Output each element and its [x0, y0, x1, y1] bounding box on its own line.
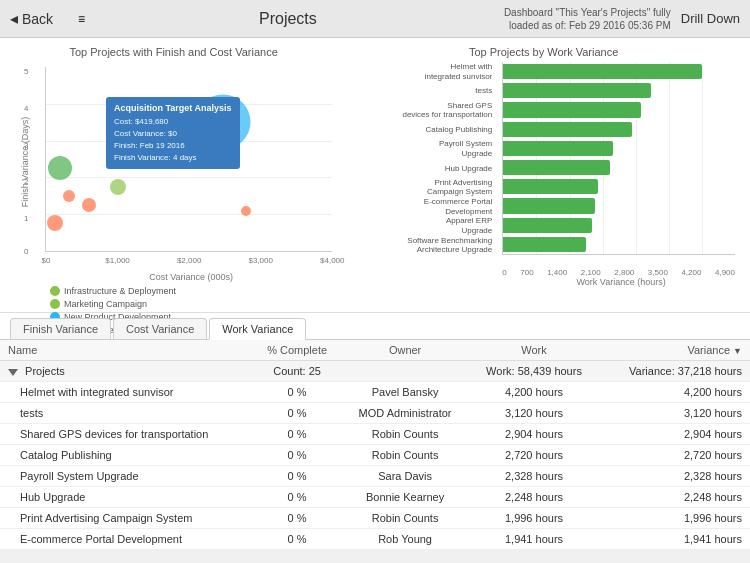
data-table: Name % Complete Owner Work Variance ▼ Pr…	[0, 340, 750, 550]
group-count: Count: 25	[253, 361, 342, 382]
bar-labels: Helmet withintegrated sunvisor tests Sha…	[347, 62, 497, 255]
tab-work-variance[interactable]: Work Variance	[209, 318, 306, 340]
drill-down-button[interactable]: Drill Down	[681, 11, 740, 26]
bar-chart-area-wrapper: Helmet withintegrated sunvisor tests Sha…	[347, 62, 740, 277]
bubble-7	[241, 206, 251, 216]
bar-7	[503, 179, 597, 194]
bubble-5	[110, 179, 126, 195]
table-row: Helmet with integrated sunvisor 0 % Pave…	[0, 382, 750, 403]
col-header-pct: % Complete	[253, 340, 342, 361]
x-axis-label: Cost Variance (000s)	[45, 272, 337, 282]
bubble-chart: Top Projects with Finish and Cost Varian…	[10, 46, 337, 307]
bar-label-2: tests	[475, 83, 492, 98]
col-header-variance[interactable]: Variance ▼	[599, 340, 750, 361]
group-name: Projects	[0, 361, 253, 382]
back-label: Back	[22, 11, 53, 27]
legend-item-2: Marketing Campaign	[50, 299, 337, 309]
bar-chart-grid	[502, 62, 735, 255]
table-row: Catalog Publishing 0 % Robin Counts 2,72…	[0, 445, 750, 466]
legend-dot-2	[50, 299, 60, 309]
bar-x-axis-label: Work Variance (hours)	[502, 277, 740, 287]
group-row: Projects Count: 25 Work: 58,439 hours Va…	[0, 361, 750, 382]
bar-x-ticks: 0 700 1,400 2,100 2,800 3,500 4,200 4,90…	[502, 268, 735, 277]
bubble-chart-title: Top Projects with Finish and Cost Varian…	[10, 46, 337, 58]
bar-chart: Top Projects by Work Variance	[347, 46, 740, 307]
table-row: Payroll System Upgrade 0 % Sara Davis 2,…	[0, 466, 750, 487]
bar-10	[503, 237, 586, 252]
page-title: Projects	[85, 10, 491, 28]
bar-label-4: Catalog Publishing	[426, 122, 493, 137]
group-variance: Variance: 37,218 hours	[599, 361, 750, 382]
bar-label-5: Payroll SystemUpgrade	[439, 141, 492, 156]
app-header: ◂ Back ≡ Projects Dashboard "This Year's…	[0, 0, 750, 38]
bar-label-9: Apparel ERPUpgrade	[446, 218, 492, 233]
bar-chart-title: Top Projects by Work Variance	[347, 46, 740, 58]
bubble-2	[63, 190, 75, 202]
bar-label-1: Helmet withintegrated sunvisor	[425, 64, 493, 79]
y-axis-label: Finish Variance (Days)	[20, 117, 30, 207]
bar-6	[503, 160, 609, 175]
bar-4	[503, 122, 632, 137]
bar-3	[503, 102, 640, 117]
bubble-tooltip: Acquisition Target Analysis Cost: $419,6…	[106, 97, 240, 169]
bar-8	[503, 198, 595, 213]
row-name: Hub Upgrade	[0, 487, 253, 508]
col-header-name: Name	[0, 340, 253, 361]
back-button[interactable]: ◂ Back	[10, 9, 70, 28]
row-name: tests	[0, 403, 253, 424]
row-name: Print Advertising Campaign System	[0, 508, 253, 529]
expand-icon	[8, 369, 18, 376]
bubble-chart-area: 5 4 3 2 1 0 $0 $1,000 $2,000 $3,000 $4,0…	[45, 67, 332, 252]
bar-5	[503, 141, 613, 156]
bar-label-6: Hub Upgrade	[445, 160, 493, 175]
table-row: E-commerce Portal Development 0 % Rob Yo…	[0, 529, 750, 550]
menu-button[interactable]: ≡	[78, 12, 85, 26]
row-name: E-commerce Portal Development	[0, 529, 253, 550]
table-section: Finish Variance Cost Variance Work Varia…	[0, 313, 750, 550]
col-header-owner: Owner	[341, 340, 468, 361]
bar-label-3: Shared GPSdevices for transportation	[402, 103, 492, 118]
sort-icon: ▼	[733, 346, 742, 356]
bar-label-7: Print AdvertisingCampaign System	[427, 180, 492, 195]
col-header-work: Work	[469, 340, 600, 361]
legend-item-1: Infrastructure & Deployment	[50, 286, 337, 296]
bubble-3	[48, 156, 72, 180]
row-name: Payroll System Upgrade	[0, 466, 253, 487]
charts-section: Top Projects with Finish and Cost Varian…	[0, 38, 750, 313]
bubble-4	[82, 198, 96, 212]
bubble-1	[47, 215, 63, 231]
legend-dot-1	[50, 286, 60, 296]
bar-2	[503, 83, 651, 98]
bubble-chart-container: Finish Variance (Days) 5 4 3 2 1 0 $0 $1…	[10, 62, 337, 282]
row-name: Helmet with integrated sunvisor	[0, 382, 253, 403]
row-name: Shared GPS devices for transportation	[0, 424, 253, 445]
tab-finish-variance[interactable]: Finish Variance	[10, 318, 111, 339]
table-row: Print Advertising Campaign System 0 % Ro…	[0, 508, 750, 529]
table-row: Shared GPS devices for transportation 0 …	[0, 424, 750, 445]
dashboard-info: Dashboard "This Year's Projects" fully l…	[491, 6, 671, 32]
table-row: tests 0 % MOD Administrator 3,120 hours …	[0, 403, 750, 424]
row-name: Catalog Publishing	[0, 445, 253, 466]
table-header-row: Name % Complete Owner Work Variance ▼	[0, 340, 750, 361]
bar-9	[503, 218, 592, 233]
back-arrow-icon: ◂	[10, 9, 18, 28]
bar-label-8: E-commerce PortalDevelopment	[424, 199, 492, 214]
bar-1	[503, 64, 702, 79]
bar-label-10: Software BenchmarkingArchitecture Upgrad…	[407, 238, 492, 253]
tab-cost-variance[interactable]: Cost Variance	[113, 318, 207, 339]
table-row: Hub Upgrade 0 % Bonnie Kearney 2,248 hou…	[0, 487, 750, 508]
group-work: Work: 58,439 hours	[469, 361, 600, 382]
